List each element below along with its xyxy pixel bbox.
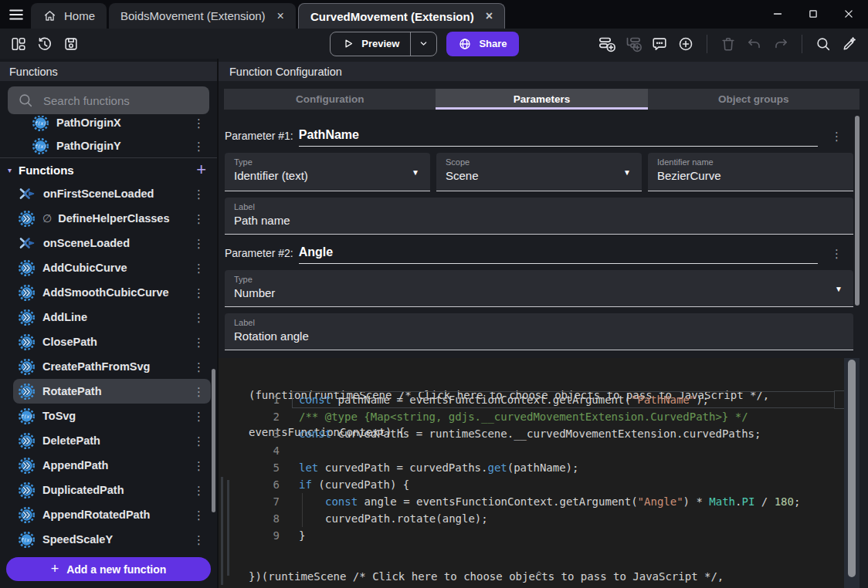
tab-object-groups[interactable]: Object groups [648, 89, 860, 110]
add-function-label: Add a new function [66, 563, 166, 576]
tab-home[interactable]: Home [31, 3, 107, 29]
add-event-button[interactable] [596, 33, 618, 55]
function-list: f(x)PathOriginX⋮f(x)PathOriginY⋮▾Functio… [0, 116, 217, 553]
sidebar-item-createpathfromsvg[interactable]: CreatePathFromSvg⋮ [0, 354, 217, 379]
function-name: DeletePath [42, 434, 100, 447]
code-line[interactable]: 1const pathName = eventsFunctionContext.… [219, 391, 836, 408]
sidebar-item-definehelperclasses[interactable]: ∅DefineHelperClasses⋮ [0, 206, 217, 231]
add-comment-button[interactable] [649, 33, 670, 55]
parameter-name-input[interactable]: PathName [299, 128, 818, 147]
type-field[interactable]: TypeIdentifier (text)▼ [225, 153, 430, 191]
code-line[interactable]: 3const curvedPaths = runtimeScene.__curv… [219, 425, 836, 442]
sidebar-item-tosvg[interactable]: f(x)ToSvg⋮ [0, 404, 217, 428]
sidebar-item-closepath[interactable]: ClosePath⋮ [0, 329, 217, 354]
parameters-scrollbar[interactable] [855, 116, 860, 306]
editor-scrollbar-track[interactable] [844, 358, 860, 588]
share-button[interactable]: Share [446, 32, 518, 56]
code-line[interactable]: 8curvedPath.rotate(angle); [219, 510, 836, 527]
edit-extension-button[interactable] [839, 33, 860, 55]
save-button[interactable] [60, 33, 82, 55]
function-name: onFirstSceneLoaded [43, 188, 154, 200]
type-field[interactable]: TypeNumber▼ [225, 270, 853, 307]
kebab-menu-icon[interactable]: ⋮ [193, 140, 205, 152]
code-line[interactable]: 4 [219, 442, 836, 459]
code-lines[interactable]: 1const pathName = eventsFunctionContext.… [219, 391, 836, 544]
add-function-button[interactable]: + Add a new function [6, 557, 211, 581]
sidebar-item-appendpath[interactable]: AppendPath⋮ [0, 453, 217, 478]
code-line[interactable]: 6if (curvedPath) { [219, 476, 836, 493]
function-name: RotatePath [42, 385, 102, 397]
kebab-menu-icon[interactable]: ⋮ [193, 188, 205, 200]
sidebar-item-pathoriginy[interactable]: f(x)PathOriginY⋮ [0, 134, 217, 157]
label-field[interactable]: LabelPath name [225, 198, 853, 235]
panels-button[interactable] [8, 33, 29, 55]
sidebar-item-onsceneloaded[interactable]: onSceneLoaded⋮ [0, 231, 217, 255]
sidebar-item-addsmoothcubiccurve[interactable]: AddSmoothCubicCurve⋮ [0, 280, 217, 305]
parameter-name-input[interactable]: Angle [299, 245, 818, 264]
kebab-menu-icon[interactable]: ⋮ [193, 361, 205, 373]
sidebar-scrollbar[interactable] [212, 369, 215, 512]
sidebar-item-pathoriginx[interactable]: f(x)PathOriginX⋮ [0, 116, 217, 134]
tab-curvedmovement-extension[interactable]: CurvedMovement (Extension)× [298, 3, 505, 29]
kebab-menu-icon[interactable]: ⋮ [193, 238, 205, 249]
code-line[interactable]: 2/** @type {Map<string, gdjs.__curvedMov… [219, 408, 836, 425]
preview-main[interactable]: Preview [331, 37, 410, 50]
sidebar-item-speedscaley[interactable]: f(x)SpeedScaleY⋮ [0, 527, 217, 552]
fx-function-icon: f(x) [19, 408, 35, 424]
sidebar-item-rotatepath[interactable]: RotatePath⋮ [13, 379, 211, 404]
menu-icon[interactable] [6, 6, 26, 23]
tab-boidsmovement-extension[interactable]: BoidsMovement (Extension)× [109, 3, 296, 29]
function-name: CreatePathFromSvg [42, 360, 150, 373]
kebab-menu-icon[interactable]: ⋮ [831, 130, 843, 144]
kebab-menu-icon[interactable]: ⋮ [193, 509, 205, 521]
close-icon[interactable]: × [277, 10, 284, 22]
identifier-name-field[interactable]: Identifier nameBezierCurve [648, 153, 853, 191]
search-icon [815, 35, 832, 52]
editor-scrollbar-thumb[interactable] [848, 360, 856, 577]
search-input[interactable] [42, 93, 200, 108]
sidebar-item-duplicatedpath[interactable]: DuplicatedPath⋮ [0, 478, 217, 502]
label-field[interactable]: LabelRotation angle [225, 313, 853, 350]
code-editor[interactable]: (function(runtimeScene /* Click here to … [219, 358, 860, 588]
function-name: AppendRotatedPath [42, 509, 150, 521]
sidebar-item-deletepath[interactable]: DeletePath⋮ [0, 428, 217, 453]
kebab-menu-icon[interactable]: ⋮ [193, 336, 205, 348]
kebab-menu-icon[interactable]: ⋮ [193, 460, 205, 471]
search-button[interactable] [812, 33, 834, 55]
kebab-menu-icon[interactable]: ⋮ [193, 386, 205, 397]
history-button[interactable] [34, 33, 56, 55]
sidebar-item-appendrotatedpath[interactable]: AppendRotatedPath⋮ [0, 502, 217, 527]
code-line[interactable]: 5let curvedPath = curvedPaths.get(pathNa… [219, 459, 836, 476]
sidebar-item-onfirstsceneloaded[interactable]: onFirstSceneLoaded⋮ [0, 181, 217, 206]
maximize-button[interactable] [806, 7, 822, 22]
editor-footer-line[interactable]: })(runtimeScene /* Click here to choose … [249, 570, 724, 583]
sidebar-item-addline[interactable]: AddLine⋮ [0, 305, 217, 329]
kebab-menu-icon[interactable]: ⋮ [193, 411, 205, 422]
line-number: 1 [219, 394, 280, 406]
code-line[interactable]: 7const angle = eventsFunctionContext.get… [219, 493, 836, 510]
kebab-menu-icon[interactable]: ⋮ [193, 117, 205, 129]
search-box[interactable] [8, 86, 209, 114]
close-button[interactable] [842, 7, 857, 22]
scope-field[interactable]: ScopeScene▼ [436, 153, 642, 191]
kebab-menu-icon[interactable]: ⋮ [193, 485, 205, 496]
preview-button[interactable]: Preview [330, 32, 437, 56]
minimize-button[interactable] [771, 7, 786, 22]
add-icon[interactable]: + [196, 161, 206, 178]
kebab-menu-icon[interactable]: ⋮ [193, 435, 205, 447]
code-line[interactable]: 9} [219, 527, 836, 544]
sidebar-item-addcubiccurve[interactable]: AddCubicCurve⋮ [0, 255, 217, 280]
collapse-caret[interactable]: ^ [536, 569, 542, 581]
kebab-menu-icon[interactable]: ⋮ [193, 213, 205, 225]
functions-section-header[interactable]: ▾Functions+ [0, 158, 217, 181]
add-circle-button[interactable] [675, 33, 697, 55]
kebab-menu-icon[interactable]: ⋮ [193, 287, 205, 299]
kebab-menu-icon[interactable]: ⋮ [193, 262, 205, 274]
close-icon[interactable]: × [486, 10, 493, 22]
tab-parameters[interactable]: Parameters [436, 89, 647, 110]
kebab-menu-icon[interactable]: ⋮ [831, 247, 843, 261]
kebab-menu-icon[interactable]: ⋮ [193, 312, 205, 323]
kebab-menu-icon[interactable]: ⋮ [193, 534, 205, 546]
preview-dropdown-button[interactable] [411, 38, 436, 49]
tab-configuration[interactable]: Configuration [224, 89, 436, 110]
